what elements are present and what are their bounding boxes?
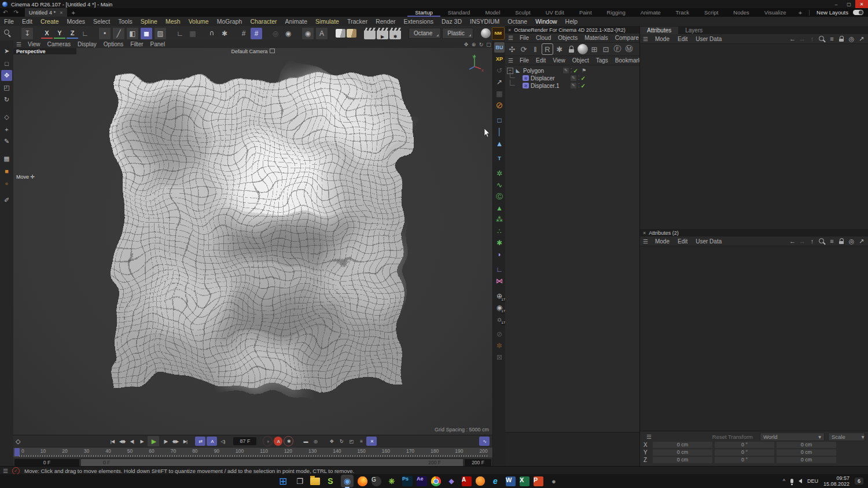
pause-icon[interactable]: ‖ (530, 44, 540, 54)
history-box-icon[interactable]: ↧ (21, 27, 34, 40)
record-objects-icon[interactable]: ● (263, 436, 273, 446)
up-arrow-icon[interactable]: ↑ (808, 237, 816, 246)
speaker-icon[interactable] (799, 479, 802, 483)
octane-menu-item[interactable]: Compare (612, 35, 642, 41)
tab-attributes[interactable]: Attributes (640, 27, 678, 34)
start-button[interactable]: ⊞ (277, 475, 289, 487)
selection-tool[interactable]: □ (1, 58, 12, 69)
menu-item[interactable]: Mesh (161, 18, 185, 25)
goto-end-button[interactable]: ▶| (181, 437, 189, 446)
layout-tab[interactable]: Rigging (599, 8, 633, 17)
next-key-button[interactable]: ◆▶ (171, 437, 179, 446)
gear-icon[interactable]: ✱ (494, 238, 505, 248)
display-filter-icon[interactable]: ◉ (301, 27, 314, 40)
metaball-icon[interactable]: ⁂ (494, 215, 505, 225)
edges-mode-icon[interactable]: ╱ (112, 27, 125, 40)
document-tab[interactable]: Untitled 4 * × (25, 8, 67, 17)
axis-icon[interactable]: ∟ (494, 264, 505, 275)
plastic-dropdown[interactable]: Plastic (442, 28, 473, 39)
status-menu-icon[interactable]: ☰ (0, 468, 11, 474)
undo-icon[interactable]: ↶ (0, 9, 10, 16)
visibility-dots[interactable]: ⁚ (578, 77, 580, 80)
light-icon[interactable]: ☼ 17 (494, 314, 505, 324)
menu-item[interactable]: Volume (185, 18, 213, 25)
lock-icon[interactable] (566, 44, 576, 54)
edge-button[interactable]: e (489, 475, 502, 487)
maximize-button[interactable]: ▢ (843, 0, 855, 8)
search-icon[interactable] (818, 237, 826, 246)
scale-field[interactable]: 0 cm (777, 449, 836, 456)
node-material-icon[interactable]: NM (492, 27, 505, 40)
atom-icon[interactable]: ✲ (494, 168, 505, 179)
attr-menu-item[interactable]: Edit (674, 238, 692, 245)
enabled-check[interactable]: ✓ (581, 75, 586, 82)
key-filter-a-icon[interactable]: ▬ (301, 437, 310, 446)
powerpoint-button[interactable]: P (534, 476, 543, 486)
cube-light-icon[interactable] (336, 29, 345, 38)
sweep-icon[interactable]: ∿ (494, 180, 505, 190)
octane-menu-item[interactable]: Objects (554, 35, 581, 41)
material-picker-icon[interactable]: Ⓜ (624, 44, 634, 54)
frame-field[interactable]: 87 F (233, 437, 256, 445)
menu-item[interactable]: File (0, 18, 18, 25)
octane-dropdown[interactable]: Octane (409, 28, 441, 39)
material-ball-icon[interactable] (578, 44, 588, 54)
tab-layers[interactable]: Layers (678, 27, 709, 34)
menu-item[interactable]: INSYDIUM (466, 18, 503, 25)
recent-tool[interactable]: ◇ (1, 112, 12, 123)
explorer-button[interactable] (310, 478, 320, 485)
rotation-field[interactable]: 0 ° (715, 442, 774, 448)
zoom-view-icon[interactable]: ⊕ (470, 41, 477, 47)
play-mode-icon[interactable]: A (207, 437, 217, 446)
menu-item[interactable]: Window (531, 18, 561, 25)
timeline-ruler[interactable]: 0102030405060708090100110120130140150160… (13, 447, 492, 457)
object-row[interactable]: ≋ Displacer ✎ ⁚ ✓ (505, 75, 639, 82)
position-field[interactable]: 0 cm (653, 457, 712, 463)
render-picture-icon[interactable]: ▶ (377, 28, 388, 39)
visibility-dots[interactable]: ⁚ (571, 69, 572, 72)
close-icon[interactable]: × (505, 27, 514, 33)
excel-button[interactable]: X (520, 476, 529, 486)
render-r-icon[interactable]: R (542, 43, 553, 55)
shield-icon[interactable]: Ⓒ (494, 191, 505, 202)
visibility-dots[interactable]: ⁚ (578, 84, 580, 87)
word-button[interactable]: W (506, 476, 516, 486)
object-row[interactable]: ≋ Displacer.1 ✎ ⁚ ✓ (505, 82, 639, 89)
search-icon[interactable] (818, 35, 826, 43)
menu-item[interactable]: Octane (503, 18, 531, 25)
lock-z-axis[interactable]: Z (67, 28, 78, 39)
phong-tag-icon[interactable]: ⚑ (582, 68, 586, 73)
bu-icon[interactable]: BU (494, 42, 505, 53)
task-view-button[interactable]: ❐ (293, 475, 306, 487)
export-icon[interactable]: ↗ (857, 237, 866, 246)
menu-item[interactable]: Tracker (343, 18, 372, 25)
rotation-field[interactable]: 0 ° (715, 457, 774, 463)
key-filter-b-icon[interactable]: ◎ (311, 437, 319, 446)
viewport-canvas[interactable]: Perspective Default Camera Y x Move ✛ Gr… (13, 48, 492, 435)
symmetry-icon[interactable]: ⋈ (494, 276, 505, 286)
rotate-tool[interactable]: ↻ (1, 94, 12, 105)
viewport-menu-item[interactable]: Panel (147, 41, 169, 47)
menu-item[interactable]: Help (561, 18, 582, 25)
key-scale-icon[interactable]: ◰ (347, 437, 355, 446)
render-region-icon[interactable]: ◎ (270, 28, 281, 39)
panel-menu-icon[interactable]: ☰ (640, 238, 651, 245)
object-row[interactable]: − ◣ Polygon ✎ ⁚ ✓ ⚑ (505, 67, 639, 74)
grid-icon[interactable]: # (238, 28, 249, 39)
render-settings-icon[interactable]: ✱ (389, 28, 401, 39)
menu-item[interactable]: Modes (63, 18, 90, 25)
close-icon[interactable]: × (640, 230, 649, 236)
object-name[interactable]: Displacer.1 (531, 83, 570, 89)
coordinate-space-select[interactable]: World ▾ (760, 432, 825, 441)
om-menu-item[interactable]: Edit (532, 57, 549, 64)
panel-menu-icon[interactable]: ☰ (505, 35, 516, 41)
app-s-button[interactable]: S (324, 475, 337, 487)
material-ball-icon[interactable] (481, 28, 491, 38)
points-mode-icon[interactable]: • (98, 27, 111, 40)
filter-icon[interactable]: ≡ (827, 35, 836, 43)
pick-region-icon[interactable]: ⊡ (601, 44, 611, 54)
polygons-mode-icon[interactable]: ◧ (126, 27, 139, 40)
landscape-icon[interactable]: ▲ (494, 203, 505, 213)
edit-toggle[interactable]: ✎ (562, 67, 569, 74)
current-frame-field[interactable]: 0 F (14, 459, 79, 467)
